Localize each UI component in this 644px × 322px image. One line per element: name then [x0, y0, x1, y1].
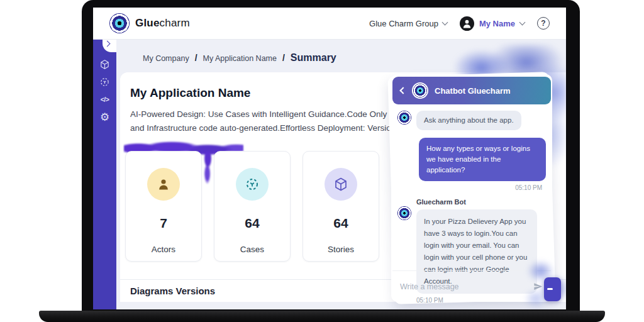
breadcrumb-separator: /	[282, 53, 285, 63]
chevron-right-icon	[104, 41, 111, 47]
user-avatar	[460, 16, 474, 31]
user-message-bubble: How any types or ways or logins we have …	[419, 138, 546, 181]
chatbot-logo-badge	[412, 82, 428, 99]
cube-icon	[333, 177, 348, 192]
sidebar: </> ⚙	[93, 40, 116, 309]
chevron-down-icon	[441, 19, 448, 26]
chat-input-row	[392, 270, 551, 302]
page: Gluecharm Glue Charm Group My Name	[0, 0, 644, 322]
chatbot-panel-card: Chatbot Gluecharm Ask anything about the…	[391, 74, 552, 302]
bot-message-bubble: Ask anything about the app.	[416, 111, 521, 130]
stories-label: Stories	[303, 245, 379, 254]
stories-icon-circle	[325, 168, 357, 201]
person-icon	[156, 177, 171, 192]
bot-avatar-icon	[397, 111, 411, 125]
sidebar-item-modules[interactable]	[99, 58, 111, 70]
sidebar-item-code[interactable]: </>	[99, 94, 111, 105]
bot-avatar-icon	[397, 206, 411, 220]
sidebar-item-use-cases[interactable]	[99, 76, 111, 87]
breadcrumb-company[interactable]: My Company	[143, 54, 189, 63]
stories-count: 64	[303, 216, 379, 231]
stat-card-cases[interactable]: 64 Cases	[214, 151, 291, 262]
user-menu[interactable]: My Name	[460, 16, 525, 31]
cases-icon-circle	[236, 168, 269, 201]
send-button[interactable]	[532, 281, 543, 292]
chat-messages: Ask anything about the app. How any type…	[397, 111, 546, 268]
breadcrumb: My Company / My Application Name / Summa…	[143, 52, 336, 64]
content-area: My Company / My Application Name / Summa…	[116, 40, 566, 309]
code-icon: </>	[101, 96, 109, 103]
cases-label: Cases	[214, 245, 290, 254]
help-button[interactable]: ?	[537, 17, 550, 30]
breadcrumb-application[interactable]: My Application Name	[203, 54, 277, 63]
group-selector[interactable]: Glue Charm Group	[369, 19, 447, 28]
actors-count: 7	[126, 216, 201, 231]
section-title: Diagrams Versions	[130, 286, 215, 296]
actors-label: Actors	[126, 245, 201, 254]
breadcrumb-separator: /	[195, 53, 197, 63]
top-navbar: Gluecharm Glue Charm Group My Name	[93, 8, 566, 40]
person-icon	[462, 18, 472, 29]
cube-icon	[99, 59, 110, 70]
stats-row: 7 Actors 64 Cases	[125, 151, 379, 262]
sidebar-item-settings[interactable]: ⚙	[99, 111, 111, 123]
brand-bold: Glue	[135, 17, 160, 29]
chevron-down-icon	[519, 19, 526, 26]
message-timestamp: 05:10 PM	[397, 184, 542, 191]
brand-name: Gluecharm	[135, 17, 190, 30]
page-title: My Application Name	[130, 86, 250, 100]
app-body: </> ⚙ My Company / My Application Name /…	[93, 40, 566, 309]
group-selector-label: Glue Charm Group	[369, 19, 438, 28]
actors-icon-circle	[147, 168, 180, 201]
bot-message-row: Ask anything about the app.	[397, 111, 546, 130]
gluecharm-logo-icon	[109, 13, 130, 33]
use-case-icon	[245, 177, 260, 192]
back-chevron-icon[interactable]	[399, 87, 406, 94]
stat-card-actors[interactable]: 7 Actors	[125, 151, 202, 262]
stat-card-stories[interactable]: 64 Stories	[303, 151, 379, 262]
chat-message-input[interactable]	[400, 282, 527, 291]
help-icon: ?	[541, 19, 545, 28]
gluecharm-logo-icon	[413, 84, 427, 97]
laptop-base	[39, 311, 605, 322]
chatbot-header: Chatbot Gluecharm	[392, 77, 551, 104]
sidebar-expand-notch[interactable]	[103, 40, 116, 52]
use-case-icon	[99, 77, 110, 87]
chatbot-title: Chatbot Gluecharm	[435, 86, 511, 96]
user-message-row: How any types or ways or logins we have …	[397, 138, 546, 191]
gear-icon: ⚙	[100, 112, 109, 123]
bot-sender-name: Gluecharm Bot	[416, 198, 537, 206]
paper-plane-icon	[533, 282, 543, 291]
chatbot-panel: Chatbot Gluecharm Ask anything about the…	[391, 74, 552, 302]
app-screen: Gluecharm Glue Charm Group My Name	[93, 8, 566, 309]
breadcrumb-current: Summary	[291, 52, 336, 64]
cases-count: 64	[214, 216, 290, 231]
chat-edge-toggle-button[interactable]	[544, 277, 561, 301]
user-name: My Name	[479, 19, 515, 28]
brand-light: charm	[160, 17, 190, 29]
